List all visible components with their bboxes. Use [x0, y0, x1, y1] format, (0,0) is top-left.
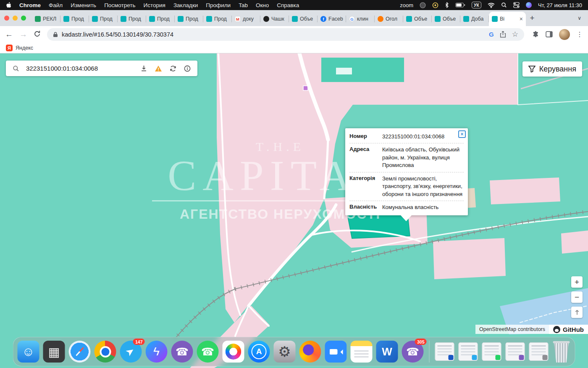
forward-button[interactable]: → — [19, 30, 27, 38]
manage-button[interactable]: Керування — [522, 61, 582, 77]
notes-dock-icon[interactable] — [351, 341, 373, 363]
browser-tab[interactable]: Объе — [432, 12, 460, 26]
tab-favicon: M — [235, 16, 241, 22]
siri-icon[interactable] — [526, 2, 532, 8]
launchpad-dock-icon[interactable]: ▦ — [43, 341, 65, 363]
reload-button[interactable] — [34, 30, 41, 39]
finder-dock-icon[interactable]: ☺ — [18, 341, 39, 363]
bookmark-yandex[interactable]: Яндекс — [16, 45, 33, 51]
menubar-clock[interactable]: Чт, 27 июля 11:30 — [538, 2, 582, 8]
parcel-search-input[interactable] — [25, 64, 135, 72]
viber-secondary-dock-icon[interactable]: ☎305 — [402, 341, 424, 363]
menubar-item[interactable]: Tab — [239, 2, 248, 8]
menubar-item[interactable]: Профили — [206, 2, 231, 8]
google-icon[interactable]: G — [489, 31, 494, 38]
popup-row: КатегоріяЗемлі промисловості, транспорту… — [349, 172, 464, 201]
telegram-dock-icon[interactable]: ➤147 — [120, 341, 142, 363]
browser-tab[interactable]: Чашк — [260, 12, 289, 26]
profile-avatar[interactable] — [559, 29, 570, 40]
menubar-item[interactable]: Файл — [49, 2, 63, 8]
browser-tab[interactable]: Gклин — [346, 12, 375, 26]
browser-tab[interactable]: Прод — [203, 12, 232, 26]
status-ring-icon[interactable] — [432, 2, 438, 8]
control-center-icon[interactable] — [513, 2, 520, 8]
tab-search-chevron-icon[interactable]: ∨ — [573, 15, 585, 21]
browser-tab[interactable]: Прод — [118, 12, 146, 26]
menubar-item[interactable]: Посмотреть — [104, 2, 135, 8]
compass-arrow-button[interactable] — [571, 307, 583, 318]
browser-tab[interactable]: Mдоку — [232, 12, 260, 26]
zoom-out-button[interactable]: − — [571, 291, 583, 303]
browser-tab[interactable]: Огол — [375, 12, 403, 26]
menubar-item[interactable]: Окно — [256, 2, 269, 8]
window-thumbnail[interactable] — [459, 342, 478, 361]
lock-icon[interactable] — [53, 32, 58, 37]
window-thumbnail[interactable] — [529, 342, 549, 361]
browser-tab[interactable]: Прод — [89, 12, 118, 26]
browser-tab[interactable]: Ві× — [489, 12, 526, 26]
keyboard-layout-badge[interactable]: УК — [472, 2, 481, 8]
browser-tab[interactable]: Объе — [403, 12, 432, 26]
window-thumbnail[interactable] — [435, 342, 454, 361]
whatsapp-dock-icon[interactable]: ☎ — [197, 341, 219, 363]
messenger-dock-icon[interactable]: ϟ — [146, 341, 168, 363]
share-icon[interactable] — [500, 31, 506, 38]
spotlight-search-icon[interactable] — [501, 2, 507, 8]
window-thumbnail[interactable] — [482, 342, 501, 361]
bookmark-star-icon[interactable]: ☆ — [512, 30, 518, 39]
browser-tab[interactable]: РЕКЛ — [32, 12, 60, 26]
app-store-dock-icon[interactable]: A — [248, 341, 270, 363]
battery-icon[interactable] — [455, 3, 465, 8]
safari-dock-icon[interactable] — [69, 341, 91, 363]
browser-tab[interactable]: Прод — [175, 12, 203, 26]
address-bar[interactable]: kadastr.live/#16.54/50.130149/30.730374 … — [47, 28, 524, 41]
wifi-icon[interactable] — [488, 3, 495, 8]
new-tab-button[interactable]: + — [526, 12, 538, 24]
word-dock-icon[interactable]: W — [376, 341, 398, 363]
window-close-button[interactable] — [4, 16, 9, 21]
apple-logo-icon[interactable] — [6, 2, 11, 8]
status-circle-icon[interactable] — [420, 2, 426, 8]
menubar-item[interactable]: Изменить — [71, 2, 96, 8]
menubar-app-name[interactable]: Chrome — [19, 2, 41, 8]
refresh-icon[interactable] — [168, 65, 178, 72]
window-thumbnail[interactable] — [506, 342, 525, 361]
browser-menu-icon[interactable]: ⋮ — [576, 30, 583, 38]
tab-label: доку — [243, 16, 257, 22]
tab-label: клин — [357, 16, 372, 22]
menubar-item[interactable]: Справка — [277, 2, 299, 8]
zoom-dock-icon[interactable] — [325, 341, 347, 363]
browser-tab[interactable]: Прод — [60, 12, 89, 26]
back-button[interactable]: ← — [5, 30, 13, 38]
firefox-dock-icon[interactable] — [299, 341, 321, 363]
zoom-in-button[interactable]: + — [571, 276, 583, 288]
extensions-puzzle-icon[interactable] — [532, 31, 539, 38]
info-icon[interactable] — [182, 65, 192, 72]
photos-dock-icon[interactable] — [223, 341, 244, 363]
osm-attribution[interactable]: OpenStreetMap contributors — [475, 325, 549, 334]
browser-tab[interactable]: Прод — [146, 12, 175, 26]
zoom-menubar-label[interactable]: zoom — [400, 2, 413, 8]
warning-icon[interactable] — [153, 65, 164, 72]
window-minimize-button[interactable] — [13, 16, 18, 21]
viber-dock-icon[interactable]: ☎ — [171, 341, 193, 363]
browser-tab[interactable]: fFaceb — [318, 12, 346, 26]
trash-dock-icon[interactable] — [552, 340, 571, 363]
popup-close-button[interactable]: × — [458, 130, 466, 138]
window-zoom-button[interactable] — [21, 16, 26, 21]
url-text[interactable]: kadastr.live/#16.54/50.130149/30.730374 — [62, 31, 173, 38]
system-settings-dock-icon[interactable]: ⚙ — [274, 341, 296, 363]
macos-menu-bar: Chrome ФайлИзменитьПосмотретьИсторияЗакл… — [0, 0, 588, 10]
menubar-item[interactable]: История — [144, 2, 165, 8]
browser-tab[interactable]: Объе — [289, 12, 318, 26]
tab-label: Faceb — [328, 16, 343, 22]
menubar-item[interactable]: Закладки — [173, 2, 198, 8]
map-canvas[interactable] — [0, 53, 588, 368]
download-icon[interactable] — [139, 65, 149, 71]
side-panel-icon[interactable] — [546, 31, 553, 37]
bluetooth-icon[interactable] — [445, 2, 449, 8]
chrome-dock-icon[interactable] — [94, 341, 116, 363]
github-link[interactable]: GitHub — [549, 325, 588, 334]
tab-close-icon[interactable]: × — [519, 16, 523, 22]
browser-tab[interactable]: Доба — [460, 12, 489, 26]
